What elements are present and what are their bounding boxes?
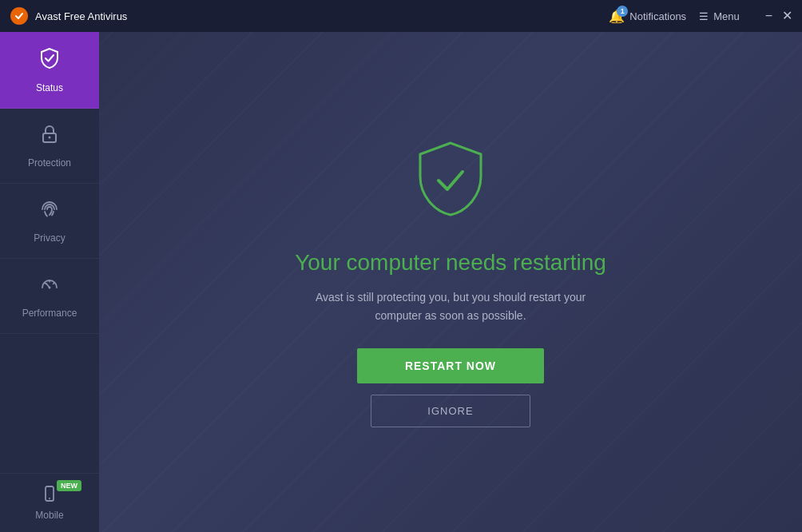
status-subtitle: Avast is still protecting you, but you s…: [291, 288, 610, 324]
shield-container: [411, 137, 490, 228]
svg-point-3: [49, 287, 51, 289]
notifications-button[interactable]: 🔔 1 Notifications: [609, 9, 686, 24]
menu-button[interactable]: ☰ Menu: [699, 10, 740, 22]
status-content: Your computer needs restarting Avast is …: [291, 137, 610, 427]
status-shield-icon: [411, 137, 490, 224]
sidebar-status-label: Status: [36, 82, 63, 93]
title-bar-actions: 🔔 1 Notifications ☰ Menu − ✕: [609, 9, 792, 24]
sidebar-item-protection[interactable]: Protection: [0, 109, 99, 184]
app-title: Avast Free Antivirus: [35, 10, 127, 22]
bell-icon: 🔔 1: [609, 9, 625, 24]
shield-icon: [38, 46, 62, 76]
fingerprint-icon: [38, 198, 61, 226]
sidebar-performance-label: Performance: [22, 308, 77, 319]
sidebar-item-mobile[interactable]: NEW Mobile: [0, 473, 99, 532]
sidebar-privacy-label: Privacy: [34, 232, 65, 244]
notifications-label: Notifications: [629, 10, 686, 22]
ignore-button[interactable]: IGNORE: [371, 395, 530, 427]
notification-badge: 1: [617, 6, 628, 17]
content-area: Your computer needs restarting Avast is …: [99, 32, 802, 532]
sidebar-mobile-label: Mobile: [35, 510, 63, 521]
lock-icon: [38, 123, 61, 151]
title-bar: Avast Free Antivirus 🔔 1 Notifications ☰…: [0, 0, 802, 32]
svg-point-0: [10, 7, 28, 25]
sidebar-item-privacy[interactable]: Privacy: [0, 184, 99, 259]
sidebar-protection-label: Protection: [28, 157, 71, 169]
menu-icon: ☰: [699, 10, 709, 22]
menu-label: Menu: [713, 10, 740, 22]
avast-logo-icon: [10, 6, 29, 26]
main-layout: Status Protection: [0, 32, 802, 532]
window-controls: − ✕: [765, 10, 792, 22]
svg-point-5: [49, 498, 50, 499]
sidebar-item-status[interactable]: Status: [0, 32, 99, 109]
sidebar-bottom: NEW Mobile: [0, 473, 99, 532]
new-badge: NEW: [57, 480, 81, 491]
sidebar-item-performance[interactable]: Performance: [0, 259, 99, 334]
minimize-button[interactable]: −: [765, 10, 772, 22]
close-button[interactable]: ✕: [782, 10, 792, 22]
status-title: Your computer needs restarting: [295, 250, 606, 276]
app-logo: Avast Free Antivirus: [10, 6, 609, 26]
mobile-icon: [41, 485, 58, 506]
svg-point-2: [49, 137, 51, 139]
restart-now-button[interactable]: RESTART NOW: [357, 348, 544, 383]
sidebar: Status Protection: [0, 32, 99, 532]
speedometer-icon: [38, 273, 61, 301]
